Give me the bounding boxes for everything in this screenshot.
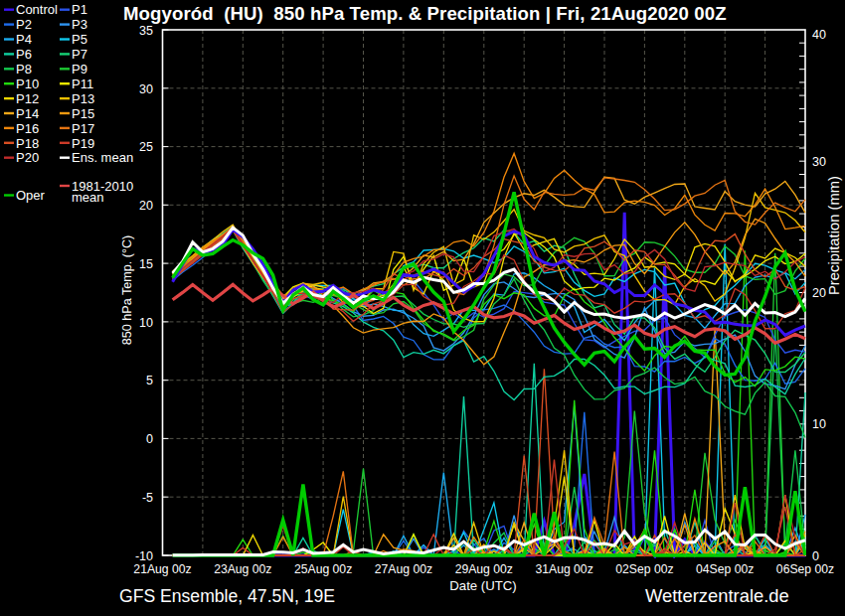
svg-text:20: 20 (139, 199, 153, 213)
svg-text:P10: P10 (16, 77, 39, 91)
svg-text:Mogyoród (HU) 850 hPa Temp.: Mogyoród (HU) 850 hPa Temp. & Precipitat… (123, 3, 727, 24)
svg-text:25: 25 (139, 140, 153, 154)
svg-text:10: 10 (812, 417, 826, 431)
svg-text:02Sep 00z: 02Sep 00z (615, 562, 673, 576)
svg-text:P15: P15 (72, 106, 94, 121)
svg-text:P16: P16 (16, 121, 39, 136)
svg-text:Control: Control (16, 2, 58, 17)
svg-text:5: 5 (146, 374, 153, 387)
svg-text:Wetterzentrale.de: Wetterzentrale.de (645, 585, 789, 606)
svg-text:31Aug 00z: 31Aug 00z (535, 562, 592, 576)
svg-text:P4: P4 (16, 32, 32, 47)
svg-text:P19: P19 (72, 136, 94, 151)
svg-text:20: 20 (812, 286, 826, 300)
svg-text:-10: -10 (135, 549, 153, 563)
svg-text:P9: P9 (72, 62, 87, 77)
svg-text:GFS Ensemble, 47.5N, 19E: GFS Ensemble, 47.5N, 19E (119, 586, 335, 606)
svg-text:27Aug 00z: 27Aug 00z (375, 562, 432, 576)
svg-text:P11: P11 (72, 77, 93, 91)
svg-text:0: 0 (812, 549, 819, 563)
svg-text:P13: P13 (72, 91, 94, 106)
svg-text:Ens. mean: Ens. mean (72, 150, 133, 165)
svg-text:Date (UTC): Date (UTC) (449, 578, 516, 593)
svg-text:04Sep 00z: 04Sep 00z (696, 562, 754, 576)
svg-text:P12: P12 (16, 91, 39, 106)
svg-text:P20: P20 (16, 150, 39, 165)
svg-text:P2: P2 (16, 17, 32, 32)
svg-text:35: 35 (139, 24, 153, 38)
svg-text:0: 0 (146, 432, 153, 446)
svg-text:P18: P18 (16, 136, 39, 151)
svg-text:15: 15 (139, 257, 153, 271)
svg-text:23Aug 00z: 23Aug 00z (214, 562, 271, 576)
svg-text:06Sep 00z: 06Sep 00z (776, 562, 834, 576)
svg-text:P6: P6 (16, 47, 32, 62)
svg-text:850 hPa Temp. (°C): 850 hPa Temp. (°C) (120, 235, 134, 346)
svg-text:29Aug 00z: 29Aug 00z (455, 562, 513, 576)
svg-text:30: 30 (812, 155, 826, 169)
svg-text:10: 10 (139, 316, 153, 330)
svg-text:-5: -5 (142, 491, 153, 505)
svg-text:25Aug 00z: 25Aug 00z (294, 562, 352, 576)
svg-text:21Aug 00z: 21Aug 00z (133, 562, 191, 576)
svg-text:P14: P14 (16, 106, 39, 121)
svg-text:P8: P8 (16, 62, 32, 77)
svg-text:Oper: Oper (16, 188, 46, 203)
svg-text:P5: P5 (72, 32, 87, 47)
svg-text:P7: P7 (72, 47, 87, 62)
svg-text:P1: P1 (72, 2, 87, 17)
svg-text:30: 30 (139, 82, 153, 96)
svg-text:P3: P3 (72, 17, 87, 32)
svg-text:40: 40 (812, 28, 826, 42)
svg-text:Precipitation (mm): Precipitation (mm) (826, 176, 842, 295)
svg-text:P17: P17 (72, 121, 94, 136)
svg-text:mean: mean (72, 190, 104, 205)
